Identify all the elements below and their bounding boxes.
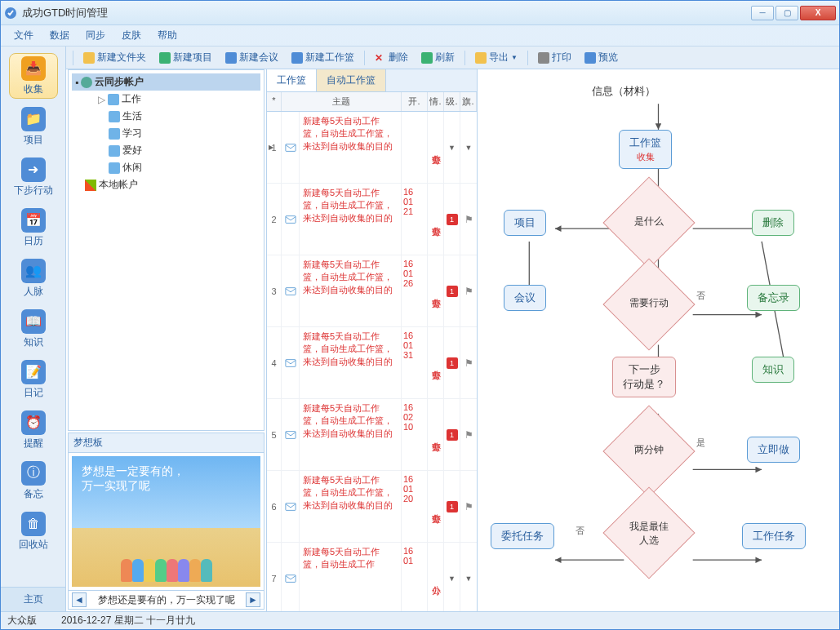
tb-new-folder[interactable]: 新建文件夹 [78, 49, 151, 66]
grid-rows[interactable]: ▶1新建每5天自动工作篮，自动生成工作篮，来达到自动收集的目的办公室▼▼2新建每… [267, 112, 477, 611]
meeting-icon [225, 52, 237, 64]
tab-basket[interactable]: 工作篮 [267, 69, 317, 91]
nav-memo[interactable]: ⓘ备忘 [9, 458, 58, 504]
flowchart-pane: 信息（材料） 工作篮收集 是什么 项目 删除 会议 需要行动 否 备忘录 下一步… [478, 69, 839, 611]
menubar: 文件 数据 同步 皮肤 帮助 [1, 25, 839, 47]
svg-rect-4 [285, 359, 295, 366]
flow-task: 工作任务 [742, 523, 806, 549]
table-row[interactable]: 4新建每5天自动工作篮，自动生成工作篮，来达到自动收集的目的16 01 31办公… [267, 327, 477, 399]
svg-rect-2 [285, 215, 295, 223]
refresh-icon [421, 52, 433, 64]
dream-title: 梦想板 [69, 433, 264, 453]
folder-icon [109, 128, 120, 140]
folder-icon [109, 162, 120, 174]
flow-meeting: 会议 [504, 285, 546, 311]
basket-icon [291, 52, 303, 64]
flow-delegate: 委托任务 [491, 523, 554, 549]
svg-rect-1 [285, 144, 295, 151]
menu-data[interactable]: 数据 [43, 27, 76, 44]
menu-sync[interactable]: 同步 [79, 27, 112, 44]
menu-skin[interactable]: 皮肤 [115, 27, 148, 44]
print-icon [538, 52, 549, 64]
nav-collect[interactable]: 📥收集 [9, 53, 58, 99]
export-icon [475, 52, 487, 64]
folder-icon [83, 52, 95, 64]
svg-rect-5 [285, 431, 295, 438]
minimize-button[interactable]: ─ [751, 6, 774, 20]
flow-project: 项目 [504, 210, 546, 236]
toolbar: 新建文件夹 新建项目 新建会议 新建工作篮 ✕删除 刷新 导出▼ 打印 预览 [66, 47, 839, 69]
close-button[interactable]: X [800, 6, 836, 20]
flow-do: 立即做 [747, 437, 800, 463]
nav-project[interactable]: 📁项目 [9, 104, 58, 149]
folder-icon [109, 145, 120, 157]
svg-rect-3 [285, 287, 295, 295]
tb-refresh[interactable]: 刷新 [416, 49, 460, 66]
table-row[interactable]: 5新建每5天自动工作篮，自动生成工作篮，来达到自动收集的目的16 02 10办公… [267, 399, 477, 471]
svg-rect-6 [285, 503, 295, 510]
tree-local[interactable]: 本地帐户 [85, 176, 260, 193]
window-title: 成功GTD时间管理 [22, 6, 751, 20]
delete-icon: ✕ [375, 52, 386, 64]
flow-basket: 工作篮收集 [619, 130, 672, 169]
dream-prev[interactable]: ◄ [72, 592, 87, 607]
app-icon [4, 7, 17, 20]
folder-icon [108, 94, 119, 105]
tree-pane[interactable]: ▪云同步帐户 ▷工作 生活 学习 爱好 休闲 本地帐户 [68, 69, 264, 431]
nav-trash[interactable]: 🗑回收站 [9, 508, 58, 554]
tb-preview[interactable]: 预览 [580, 49, 623, 66]
statusbar: 大众版 2016-12-27 星期二 十一月廿九 [1, 611, 839, 629]
table-row[interactable]: 3新建每5天自动工作篮，自动生成工作篮，来达到自动收集的目的16 01 26办公… [267, 255, 477, 327]
nav-calendar[interactable]: 📅日历 [9, 205, 58, 251]
tb-export[interactable]: 导出▼ [470, 49, 522, 66]
menu-file[interactable]: 文件 [7, 27, 40, 44]
flow-delete: 删除 [752, 210, 794, 236]
cloud-icon [81, 77, 92, 88]
dream-caption: 梦想还是要有的，万一实现了呢 [90, 593, 242, 607]
tb-delete[interactable]: ✕删除 [370, 49, 413, 66]
grid-header: * 主题 开. 情. 级. 旗. [267, 92, 477, 112]
tb-new-meeting[interactable]: 新建会议 [220, 49, 283, 66]
svg-rect-7 [285, 575, 295, 582]
table-row[interactable]: 6新建每5天自动工作篮，自动生成工作篮，来达到自动收集的目的16 01 20办公… [267, 471, 477, 543]
tb-new-basket[interactable]: 新建工作篮 [287, 49, 359, 66]
windows-icon [85, 180, 96, 191]
nav-diary[interactable]: 📝日记 [9, 357, 58, 402]
dream-next[interactable]: ► [246, 592, 260, 607]
flow-memo: 备忘录 [747, 285, 800, 311]
tree-item[interactable]: 生活 [98, 108, 260, 125]
tree-root[interactable]: ▪云同步帐户 [72, 73, 260, 91]
maximize-button[interactable]: ▢ [776, 6, 798, 20]
table-row[interactable]: 2新建每5天自动工作篮，自动生成工作篮，来达到自动收集的目的16 01 21办公… [267, 184, 477, 255]
tb-new-project[interactable]: 新建项目 [154, 49, 217, 66]
preview-icon [584, 52, 596, 64]
nav-reminder[interactable]: ⏰提醒 [9, 407, 58, 453]
nav-contacts[interactable]: 👥人脉 [9, 255, 58, 301]
dream-image[interactable]: 梦想是一定要有的， 万一实现了呢 [72, 456, 260, 587]
nav-knowledge[interactable]: 📖知识 [9, 306, 58, 352]
folder-icon [109, 111, 120, 122]
tree-item[interactable]: 学习 [98, 125, 260, 142]
tb-print[interactable]: 打印 [533, 49, 576, 66]
flow-knowledge: 知识 [752, 357, 794, 383]
tree-item[interactable]: 爱好 [98, 142, 260, 159]
left-nav: 📥收集 📁项目 ➜下步行动 📅日历 👥人脉 📖知识 📝日记 ⏰提醒 ⓘ备忘 🗑回… [1, 47, 66, 611]
table-row[interactable]: ▶1新建每5天自动工作篮，自动生成工作篮，来达到自动收集的目的办公室▼▼ [267, 112, 477, 184]
status-edition: 大众版 [7, 614, 37, 628]
menu-help[interactable]: 帮助 [151, 27, 184, 44]
table-row[interactable]: 7新建每5天自动工作篮，自动生成工作16 01办公▼▼ [267, 543, 477, 611]
dream-panel: 梦想板 梦想是一定要有的， 万一实现了呢 ◄ 梦想还是要有的，万一实现了呢 [68, 433, 264, 610]
titlebar: 成功GTD时间管理 ─ ▢ X [1, 1, 839, 25]
tree-item[interactable]: 休闲 [98, 159, 260, 176]
flow-top: 信息（材料） [592, 84, 656, 99]
project-icon [159, 52, 171, 64]
tab-auto-basket[interactable]: 自动工作篮 [317, 69, 386, 91]
status-date: 2016-12-27 星期二 十一月廿九 [61, 614, 195, 628]
nav-tab-home[interactable]: 主页 [1, 588, 65, 611]
tree-item[interactable]: ▷工作 [98, 91, 260, 108]
flow-next: 下一步 行动是？ [612, 357, 676, 397]
nav-next[interactable]: ➜下步行动 [9, 154, 58, 200]
